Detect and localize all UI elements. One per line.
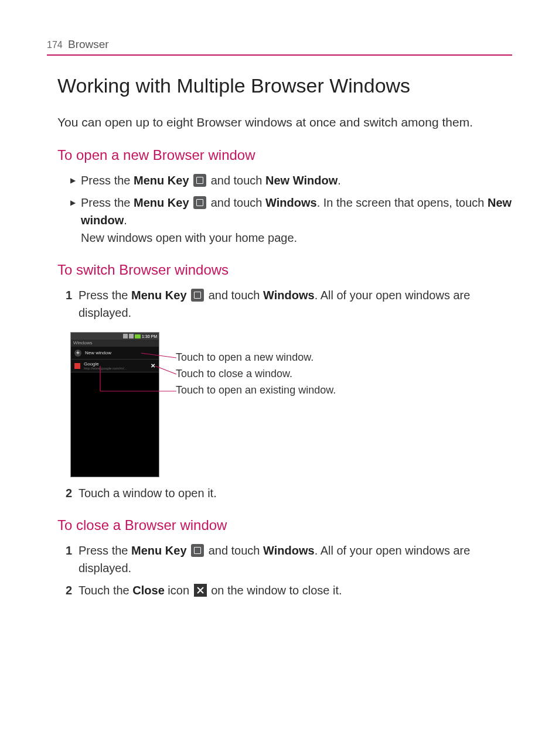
step-number: 2 bbox=[66, 581, 79, 599]
screen-title: Windows bbox=[71, 340, 159, 347]
text: on the window to close it. bbox=[208, 584, 342, 597]
open-bullet-2-body: Press the Menu Key and touch Windows. In… bbox=[81, 194, 512, 247]
heading-switch: To switch Browser windows bbox=[57, 262, 512, 278]
menu-key-icon bbox=[193, 196, 206, 209]
text: . bbox=[315, 289, 318, 302]
windows-label: Windows bbox=[265, 196, 317, 209]
close-step-2: 2 Touch the Close icon on the window to … bbox=[66, 581, 512, 599]
text: Press the bbox=[81, 174, 134, 187]
close-step-1-body: Press the Menu Key and touch Windows. Al… bbox=[79, 542, 512, 577]
step-number: 1 bbox=[66, 542, 79, 577]
phone-screenshot: 1:30 PM Windows + New window Google http… bbox=[70, 332, 159, 477]
signal-icon bbox=[123, 334, 128, 338]
favicon-icon bbox=[74, 363, 80, 369]
text: icon bbox=[165, 584, 193, 597]
callout-open-existing: Touch to open an existing window. bbox=[176, 384, 336, 396]
text: . bbox=[315, 544, 318, 557]
switch-step-2-body: Touch a window to open it. bbox=[79, 484, 512, 502]
text: and touch bbox=[207, 174, 265, 187]
new-window-label: New Window bbox=[265, 174, 338, 187]
text: Touch the bbox=[79, 584, 132, 597]
plus-icon: + bbox=[74, 350, 81, 357]
window-info: Google http://www.google.com/m/... bbox=[84, 361, 127, 370]
open-bullet-1-body: Press the Menu Key and touch New Window. bbox=[81, 172, 512, 189]
open-list: ▶ Press the Menu Key and touch New Windo… bbox=[70, 172, 512, 247]
switch-list: 1 Press the Menu Key and touch Windows. … bbox=[66, 286, 512, 321]
status-bar: 1:30 PM bbox=[71, 333, 159, 340]
open-bullet-2-line2: New windows open with your home page. bbox=[81, 229, 512, 247]
intro-text: You can open up to eight Browser windows… bbox=[57, 114, 512, 131]
text: . In the screen that opens, touch bbox=[317, 196, 488, 209]
switch-step-1-body: Press the Menu Key and touch Windows. Al… bbox=[79, 286, 512, 321]
open-bullet-1: ▶ Press the Menu Key and touch New Windo… bbox=[70, 172, 512, 189]
page-title: Working with Multiple Browser Windows bbox=[57, 74, 512, 97]
tab-title: Google bbox=[84, 361, 99, 367]
callout-close-window: Touch to close a window. bbox=[176, 368, 292, 380]
figure: 1:30 PM Windows + New window Google http… bbox=[70, 332, 512, 477]
new-window-label: New window bbox=[85, 350, 111, 355]
menu-key-icon bbox=[193, 174, 206, 187]
text: . bbox=[124, 214, 127, 227]
text: Press the bbox=[79, 289, 131, 302]
windows-label: Windows bbox=[263, 544, 315, 557]
battery-icon bbox=[135, 334, 141, 338]
section-name: Browser bbox=[68, 38, 109, 50]
open-bullet-2: ▶ Press the Menu Key and touch Windows. … bbox=[70, 194, 512, 247]
step-number: 2 bbox=[66, 484, 79, 502]
menu-key-icon bbox=[191, 289, 204, 302]
switch-step-1: 1 Press the Menu Key and touch Windows. … bbox=[66, 286, 512, 321]
menu-key-label: Menu Key bbox=[131, 289, 186, 302]
menu-key-label: Menu Key bbox=[134, 174, 189, 187]
text: and touch bbox=[205, 544, 263, 557]
clock-text: 1:30 PM bbox=[142, 334, 157, 338]
menu-key-label: Menu Key bbox=[131, 544, 186, 557]
window-row[interactable]: Google http://www.google.com/m/... ✕ bbox=[71, 360, 159, 372]
callout-new-window: Touch to open a new window. bbox=[176, 351, 313, 364]
page-number: 174 bbox=[47, 40, 63, 50]
close-step-2-body: Touch the Close icon on the window to cl… bbox=[79, 581, 512, 599]
switch-step-2: 2 Touch a window to open it. bbox=[66, 484, 512, 502]
bullet-marker-icon: ▶ bbox=[70, 172, 81, 189]
text: and touch bbox=[205, 289, 263, 302]
close-window-button[interactable]: ✕ bbox=[151, 362, 155, 369]
close-icon bbox=[194, 584, 207, 597]
text: Press the bbox=[79, 544, 131, 557]
text: Press the bbox=[81, 196, 134, 209]
windows-label: Windows bbox=[263, 289, 315, 302]
close-list: 1 Press the Menu Key and touch Windows. … bbox=[66, 542, 512, 599]
heading-close: To close a Browser window bbox=[57, 517, 512, 533]
page-header: 174 Browser bbox=[47, 38, 512, 56]
heading-open: To open a new Browser window bbox=[57, 147, 512, 163]
close-step-1: 1 Press the Menu Key and touch Windows. … bbox=[66, 542, 512, 577]
step-number: 1 bbox=[66, 286, 79, 321]
text: . bbox=[338, 174, 341, 187]
network-icon bbox=[129, 334, 134, 338]
menu-key-icon bbox=[191, 544, 204, 557]
close-label: Close bbox=[132, 584, 164, 597]
switch-list-cont: 2 Touch a window to open it. bbox=[66, 484, 512, 502]
text: and touch bbox=[207, 196, 265, 209]
new-window-row[interactable]: + New window bbox=[71, 347, 159, 360]
menu-key-label: Menu Key bbox=[134, 196, 189, 209]
tab-url: http://www.google.com/m/... bbox=[84, 367, 127, 370]
bullet-marker-icon: ▶ bbox=[70, 194, 81, 247]
